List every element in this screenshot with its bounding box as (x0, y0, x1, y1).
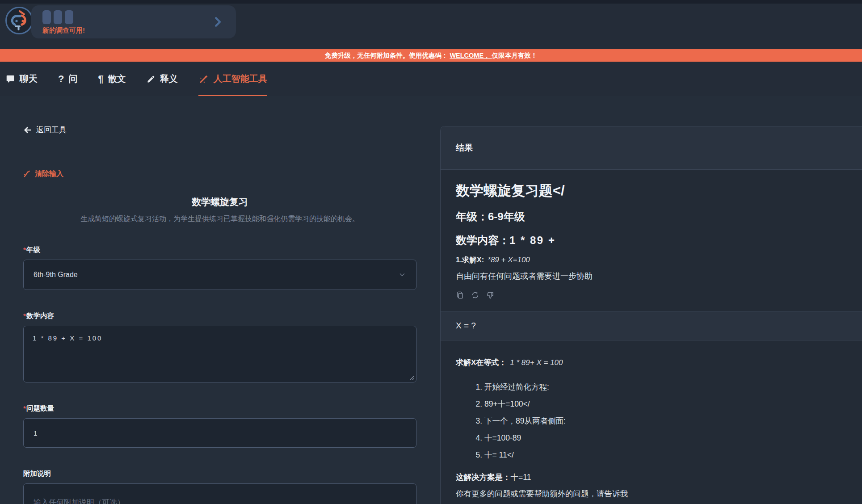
grade-select-value: 6th-9th Grade (34, 271, 78, 279)
chevron-right-icon (211, 15, 224, 29)
pencil-icon (147, 75, 156, 84)
tool-title: 数学螺旋复习 (23, 196, 416, 208)
math-content-field: *数学内容 1 * 89 + X = 100 (23, 311, 440, 382)
grade-select[interactable]: 6th-9th Grade (23, 260, 416, 290)
required-asterisk: * (23, 312, 26, 319)
clear-brush-icon (23, 170, 31, 178)
required-asterisk: * (23, 404, 26, 412)
back-to-tools-link[interactable]: 返回工具 (23, 125, 67, 135)
result-problem-line: 1.求解X:*89 + X=100 (456, 255, 847, 265)
tool-form-panel: 返回工具 清除输入 数学螺旋复习 生成简短的螺旋式复习活动，为学生提供练习已掌握… (0, 96, 440, 504)
progress-square (54, 10, 62, 24)
notes-field: 附加说明 (23, 469, 440, 504)
robot-logo-icon (4, 6, 34, 35)
solution-steps: 开始经过简化方程: 89+十=100</ 下一个，89从两者侧面: 十=100-… (469, 382, 847, 460)
grade-field: *年级 6th-9th Grade (23, 245, 440, 290)
survey-progress-squares (42, 10, 73, 24)
closing-line: 你有更多的问题或需要帮助额外的问题，请告诉我 (456, 488, 847, 499)
notes-label: 附加说明 (23, 469, 440, 479)
refresh-icon[interactable] (471, 291, 479, 299)
solve-line: 求解X在等式：1 * 89+ X = 100 (456, 357, 847, 368)
chevron-down-icon (398, 271, 406, 279)
solution-section: 求解X在等式：1 * 89+ X = 100 开始经过简化方程: 89+十=10… (441, 340, 862, 504)
tab-ai-tools[interactable]: 人工智能工具 (198, 62, 267, 96)
tool-description: 生成简短的螺旋式复习活动，为学生提供练习已掌握技能和强化仍需学习的技能的机会。 (23, 214, 416, 224)
results-content: 数学螺旋复习题</ 年级：6-9年级 数学内容：1 * 89 + 1.求解X:*… (441, 170, 862, 311)
pilcrow-icon: ¶ (98, 74, 103, 84)
solution-result-line: 这解决方案是：十=11 (456, 472, 847, 483)
tab-label: 聊天 (20, 73, 38, 85)
result-math-line: 数学内容：1 * 89 + (456, 233, 847, 248)
tab-label: 释义 (160, 73, 178, 85)
tab-chat[interactable]: 聊天 (5, 62, 38, 96)
main-nav: 聊天 ? 问 ¶ 散文 释义 人工智能工具 (0, 62, 862, 96)
tab-paraphrase[interactable]: 释义 (147, 62, 178, 96)
question-count-field: *问题数量 (23, 404, 440, 448)
tab-label: 人工智能工具 (214, 73, 267, 85)
promo-code-link[interactable]: WELCOME， (450, 51, 492, 60)
solution-step: 十=100-89 (484, 433, 847, 443)
math-content-label: *数学内容 (23, 311, 440, 321)
result-actions (456, 291, 847, 299)
app-logo[interactable] (4, 6, 34, 35)
results-panel: 结果 数学螺旋复习题</ 年级：6-9年级 数学内容：1 * 89 + 1.求解… (440, 126, 862, 504)
notes-textarea[interactable] (23, 483, 416, 504)
result-title: 数学螺旋复习题</ (456, 181, 847, 200)
result-followup-line: 自由问有任何问题或者需要进一步协助 (456, 271, 847, 281)
required-asterisk: * (23, 246, 26, 253)
question-count-label: *问题数量 (23, 404, 440, 413)
tab-label: 散文 (108, 73, 126, 85)
question-band: X = ? (441, 311, 862, 340)
survey-banner-label: 新的调查可用! (42, 26, 85, 35)
result-grade-line: 年级：6-9年级 (456, 210, 847, 224)
arrow-left-icon (23, 126, 32, 134)
resize-handle[interactable] (409, 375, 414, 380)
solution-step: 开始经过简化方程: (484, 382, 847, 392)
solution-step: 下一个，89从两者侧面: (484, 416, 847, 426)
clear-input-button[interactable]: 清除输入 (23, 169, 63, 179)
tab-label: 问 (68, 73, 77, 85)
app-header: 新的调查可用! (0, 4, 862, 49)
tab-ask[interactable]: ? 问 (58, 62, 77, 96)
solution-step: 十= 11</ (484, 449, 847, 460)
results-header: 结果 (441, 126, 862, 170)
promo-bar: 免费升级，无任何附加条件。使用优惠码： WELCOME， 仅限本月有效！ (0, 49, 862, 62)
question-mark-icon: ? (58, 74, 64, 84)
thumbs-down-icon[interactable] (486, 291, 495, 299)
top-strip (0, 0, 862, 4)
progress-square (42, 10, 51, 24)
clear-input-label: 清除输入 (35, 169, 63, 179)
magic-wand-icon (198, 74, 209, 84)
survey-banner[interactable]: 新的调查可用! (31, 5, 236, 38)
progress-square (65, 10, 73, 24)
main-content: 返回工具 清除输入 数学螺旋复习 生成简短的螺旋式复习活动，为学生提供练习已掌握… (0, 96, 862, 504)
solution-step: 89+十=100</ (484, 399, 847, 409)
math-content-textarea[interactable]: 1 * 89 + X = 100 (23, 326, 416, 382)
question-count-input[interactable] (23, 418, 416, 448)
promo-text-prefix: 免费升级，无任何附加条件。使用优惠码： (325, 51, 450, 60)
back-link-label: 返回工具 (36, 125, 67, 135)
grade-label: *年级 (23, 245, 440, 255)
promo-text-suffix: 仅限本月有效！ (492, 51, 538, 60)
chat-bubble-icon (5, 74, 15, 84)
tab-essay[interactable]: ¶ 散文 (98, 62, 126, 96)
copy-icon[interactable] (456, 291, 464, 299)
